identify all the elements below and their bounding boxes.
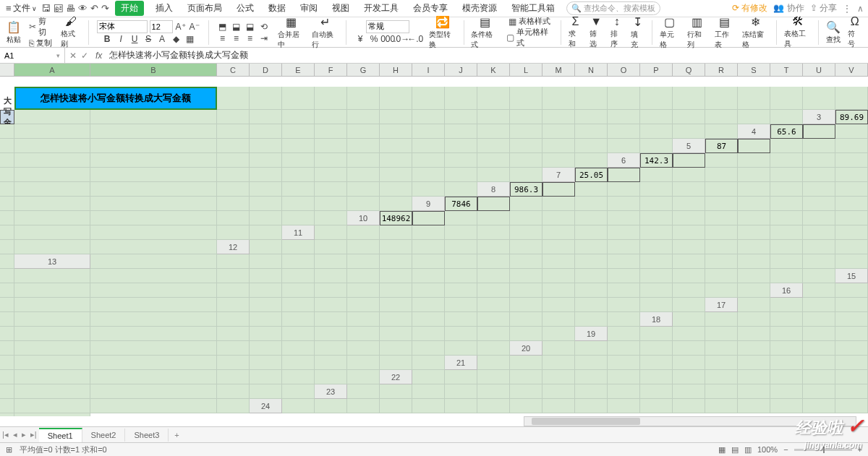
cell-L5[interactable] <box>250 153 282 168</box>
cell-H10[interactable] <box>608 211 640 225</box>
cell-P18[interactable] <box>347 327 380 341</box>
row-header-11[interactable]: 11 <box>282 225 315 240</box>
cell-L6[interactable] <box>90 168 217 182</box>
cancel-fx-icon[interactable]: ✕ <box>69 51 77 61</box>
cell-D22[interactable] <box>510 370 542 384</box>
cell-Q13[interactable] <box>705 254 738 269</box>
cell-V17[interactable] <box>608 312 640 327</box>
cell-R22[interactable] <box>14 384 90 399</box>
cell-G1[interactable] <box>347 87 380 110</box>
align-mid-icon[interactable]: ⬓ <box>231 21 242 33</box>
cell-P16[interactable] <box>477 298 510 312</box>
cell-N16[interactable] <box>412 298 445 312</box>
cell-N15[interactable] <box>477 283 510 298</box>
cell-D10[interactable] <box>477 211 510 225</box>
cell-G23[interactable] <box>542 384 575 399</box>
symbol-button[interactable]: Ω符号 <box>846 15 864 49</box>
cell-H20[interactable] <box>770 341 803 356</box>
cell-G24[interactable] <box>477 399 510 413</box>
cell-N10[interactable] <box>803 211 835 225</box>
accept-fx-icon[interactable]: ✓ <box>81 51 88 61</box>
file-menu[interactable]: 文件∨ <box>13 2 37 14</box>
cell-I18[interactable] <box>0 327 14 341</box>
zoom-value[interactable]: 100% <box>757 445 778 454</box>
saveas-icon[interactable]: 🗟 <box>54 3 63 14</box>
cell-F8[interactable] <box>673 182 705 197</box>
cell-N1[interactable] <box>575 87 608 110</box>
cell-O1[interactable] <box>608 87 640 110</box>
cell-P12[interactable] <box>738 240 770 254</box>
cell-D6[interactable] <box>738 153 770 168</box>
cell-L1[interactable] <box>510 87 542 110</box>
cell-O7[interactable] <box>217 182 250 197</box>
tools-button[interactable]: 🛠表格工具 <box>782 15 813 49</box>
percent-icon[interactable]: % <box>368 33 380 45</box>
undo-icon[interactable]: ↶ <box>90 3 98 14</box>
cell-K14[interactable] <box>445 269 477 283</box>
cell-O17[interactable] <box>380 312 412 327</box>
dec-dec-icon[interactable]: ←.0 <box>409 33 421 45</box>
cell-O24[interactable] <box>738 399 770 413</box>
cell-E16[interactable] <box>0 298 14 312</box>
find-button[interactable]: 🔍查找 <box>824 20 843 45</box>
cell-V16[interactable] <box>673 298 705 312</box>
cell-T13[interactable] <box>803 254 835 269</box>
tab-view[interactable]: 视图 <box>329 1 352 16</box>
cell-O21[interactable] <box>0 370 14 384</box>
cell-H21[interactable] <box>705 356 738 370</box>
cell-Q24[interactable] <box>803 399 835 413</box>
row-header-22[interactable]: 22 <box>380 370 412 384</box>
cell-A12[interactable] <box>250 240 282 254</box>
cell-Q3[interactable] <box>542 124 575 139</box>
strike-button[interactable]: S <box>142 33 154 45</box>
rowcol-button[interactable]: ▥行和列 <box>685 15 710 50</box>
cell-B16[interactable] <box>835 283 868 298</box>
cell-U23[interactable] <box>90 399 217 413</box>
align-center-icon[interactable]: ≡ <box>231 33 242 44</box>
cell-K3[interactable] <box>347 124 380 139</box>
cell-S16[interactable] <box>575 298 608 312</box>
col-header-B[interactable]: B <box>90 64 217 77</box>
cell-E24[interactable] <box>412 399 445 413</box>
cell-T21[interactable] <box>282 370 315 384</box>
col-header-U[interactable]: U <box>803 64 835 77</box>
cell-M2[interactable] <box>477 110 510 124</box>
cell-E15[interactable] <box>90 283 217 298</box>
cell-I20[interactable] <box>803 341 835 356</box>
cell-D11[interactable] <box>412 225 445 240</box>
cell-S12[interactable] <box>835 240 868 254</box>
cell-S15[interactable] <box>640 283 673 298</box>
cell-V3[interactable] <box>705 124 738 139</box>
cell-T5[interactable] <box>510 153 542 168</box>
cell-H12[interactable] <box>477 240 510 254</box>
col-header-A[interactable]: A <box>14 64 90 77</box>
cell-H19[interactable] <box>835 327 868 341</box>
cell-J13[interactable] <box>477 254 510 269</box>
cell-U20[interactable] <box>380 356 412 370</box>
align-right-icon[interactable]: ≡ <box>244 33 256 44</box>
cell-U19[interactable] <box>445 341 477 356</box>
cell-Q4[interactable] <box>477 139 510 153</box>
cell-U1[interactable] <box>803 87 835 110</box>
comma-icon[interactable]: 000 <box>382 33 393 45</box>
cell-C10[interactable] <box>445 211 477 225</box>
cell-C20[interactable] <box>608 341 640 356</box>
cell-N19[interactable] <box>217 341 250 356</box>
filter-button[interactable]: ▼筛选 <box>587 15 605 49</box>
cell-K2[interactable] <box>412 110 445 124</box>
col-header-R[interactable]: R <box>705 64 738 77</box>
cell-G3[interactable] <box>217 124 250 139</box>
cell-M17[interactable] <box>315 312 347 327</box>
cell-U13[interactable] <box>835 254 868 269</box>
cell-A18[interactable] <box>673 312 705 327</box>
cell-H17[interactable] <box>14 312 90 327</box>
cell-C19[interactable] <box>673 327 705 341</box>
cell-Q6[interactable] <box>347 168 380 182</box>
preview-icon[interactable]: 👁 <box>78 3 88 14</box>
cell-T4[interactable] <box>575 139 608 153</box>
cell-E14[interactable] <box>250 269 282 283</box>
pending-changes[interactable]: ⟳ 有修改 <box>732 2 767 14</box>
cell-F23[interactable] <box>510 384 542 399</box>
cell-E13[interactable] <box>315 254 347 269</box>
cell-L24[interactable] <box>640 399 673 413</box>
